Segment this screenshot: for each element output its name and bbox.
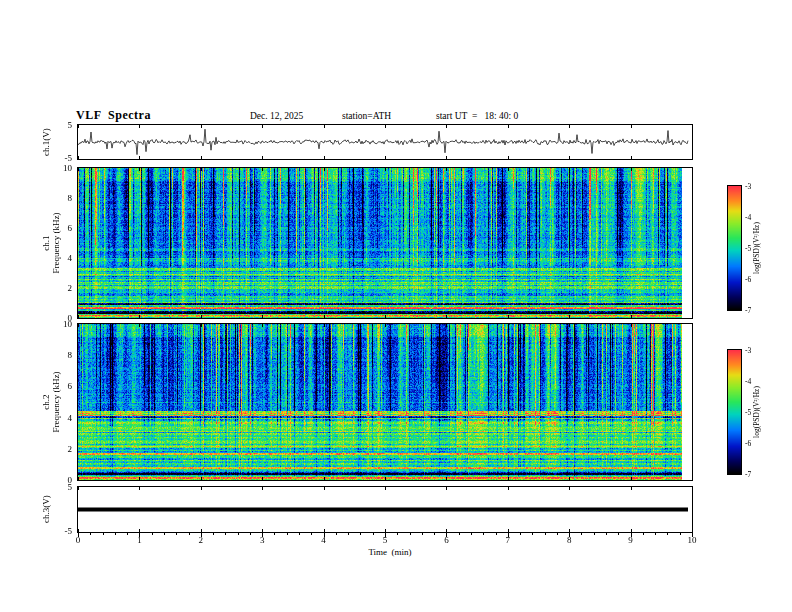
colorbar-1-tick-label: -6 [745, 275, 759, 285]
x-minor-tick [471, 532, 472, 535]
x-minor-tick [496, 532, 497, 535]
x-minor-tick [238, 532, 239, 535]
x-minor-tick [434, 532, 435, 535]
x-minor-tick [336, 532, 337, 535]
spec2-y-tick-label: 0 [56, 475, 72, 485]
x-minor-tick [667, 532, 668, 535]
x-minor-tick [250, 532, 251, 535]
x-minor-tick [115, 532, 116, 535]
ch1-voltage-axis-label: ch.1(V) [41, 128, 51, 156]
colorbar-2-tick-label: -5 [745, 408, 759, 418]
x-minor-tick [299, 532, 300, 535]
ch1-frequency-axis-label: ch.1 Frequency (kHz) [41, 212, 61, 273]
x-minor-tick [103, 532, 104, 535]
x-minor-tick [422, 532, 423, 535]
figure-title: VLF Spectra [76, 108, 151, 123]
x-minor-tick [459, 532, 460, 535]
x-major-tick [569, 532, 570, 537]
colorbar-1 [728, 186, 741, 310]
x-minor-tick [373, 532, 374, 535]
colorbar-1-tick-label: -4 [745, 213, 759, 223]
x-minor-tick [397, 532, 398, 535]
station-label: station=ATH [342, 111, 391, 121]
date-label: Dec. 12, 2025 [250, 111, 303, 121]
x-major-tick [201, 532, 202, 537]
x-minor-tick [213, 532, 214, 535]
x-minor-tick [152, 532, 153, 535]
x-minor-tick [680, 532, 681, 535]
ch2-spectrogram [78, 324, 692, 480]
spec1-y-tick-label: 8 [56, 193, 72, 203]
x-minor-tick [581, 532, 582, 535]
colorbar-2-tick-label: -4 [745, 377, 759, 387]
x-minor-tick [643, 532, 644, 535]
x-major-tick [139, 532, 140, 537]
x-major-tick [692, 532, 693, 537]
spec1-y-tick-label: 2 [56, 283, 72, 293]
ch1-ymin-label: -5 [56, 153, 72, 163]
vlf-spectra-figure: VLF Spectra Dec. 12, 2025 station=ATH st… [0, 0, 792, 612]
x-minor-tick [287, 532, 288, 535]
x-major-tick [508, 532, 509, 537]
x-minor-tick [545, 532, 546, 535]
x-major-tick [446, 532, 447, 537]
start-ut-label: start UT = 18: 40: 0 [436, 111, 518, 121]
ch1-channel-label: ch.1 [41, 212, 51, 273]
colorbar-1-tick-label: -5 [745, 244, 759, 254]
ch1-frequency-unit-label: Frequency (kHz) [51, 212, 61, 273]
x-minor-tick [360, 532, 361, 535]
x-minor-tick [164, 532, 165, 535]
spec2-y-tick-label: 8 [56, 350, 72, 360]
ch1-waveform-plot [78, 125, 692, 159]
x-major-tick [324, 532, 325, 537]
x-minor-tick [90, 532, 91, 535]
ch3-waveform-plot [78, 487, 692, 532]
x-major-tick [262, 532, 263, 537]
spec1-y-tick-label: 6 [56, 223, 72, 233]
spec1-y-tick-label: 4 [56, 253, 72, 263]
spec2-y-tick-label: 4 [56, 413, 72, 423]
colorbar-2-tick-label: -7 [745, 470, 759, 480]
x-minor-tick [532, 532, 533, 535]
x-minor-tick [189, 532, 190, 535]
x-minor-tick [274, 532, 275, 535]
colorbar-2-tick-label: -3 [745, 346, 759, 356]
x-minor-tick [594, 532, 595, 535]
x-major-tick [78, 532, 79, 537]
x-major-tick [385, 532, 386, 537]
spec2-y-tick-label: 6 [56, 381, 72, 391]
spec1-y-tick-label: 10 [56, 163, 72, 173]
x-minor-tick [655, 532, 656, 535]
colorbar-1-tick-label: -3 [745, 182, 759, 192]
x-minor-tick [410, 532, 411, 535]
x-minor-tick [606, 532, 607, 535]
ch3-voltage-axis-label: ch.3(V) [41, 495, 51, 523]
spec2-y-tick-label: 10 [56, 319, 72, 329]
x-minor-tick [225, 532, 226, 535]
x-minor-tick [483, 532, 484, 535]
x-minor-tick [176, 532, 177, 535]
colorbar-2 [728, 350, 741, 474]
ch1-spectrogram [78, 168, 692, 318]
x-minor-tick [348, 532, 349, 535]
x-minor-tick [520, 532, 521, 535]
x-minor-tick [311, 532, 312, 535]
x-major-tick [631, 532, 632, 537]
spec2-y-tick-label: 2 [56, 444, 72, 454]
colorbar-2-tick-label: -6 [745, 439, 759, 449]
colorbar-1-tick-label: -7 [745, 306, 759, 316]
ch1-ymax-label: 5 [56, 120, 72, 130]
x-minor-tick [127, 532, 128, 535]
time-axis-label: Time (min) [355, 547, 425, 557]
x-minor-tick [618, 532, 619, 535]
x-minor-tick [557, 532, 558, 535]
ch2-channel-label: ch.2 [41, 371, 51, 432]
